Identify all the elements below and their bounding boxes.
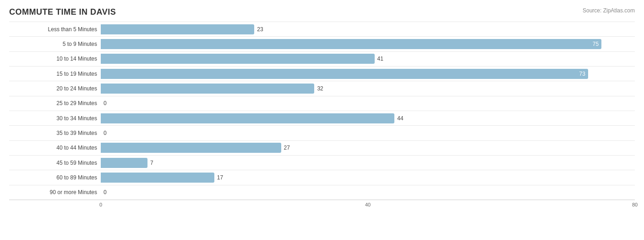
bar-value-label: 44 [397, 115, 403, 122]
chart-area: Less than 5 Minutes235 to 9 Minutes7510 … [9, 22, 635, 211]
bar-wrapper: 73 [101, 67, 635, 81]
bar-value-label: 32 [317, 85, 323, 92]
bar-row: 60 to 89 Minutes17 [9, 170, 635, 184]
bar-row: Less than 5 Minutes23 [9, 22, 635, 36]
bar-label: 90 or more Minutes [9, 189, 101, 195]
bar-value-label: 0 [104, 100, 107, 106]
bar: 73 [101, 69, 588, 79]
bar-row: 25 to 29 Minutes0 [9, 96, 635, 111]
bar-row: 90 or more Minutes0 [9, 185, 635, 200]
bar [101, 84, 314, 94]
bar-row: 20 to 24 Minutes32 [9, 81, 635, 95]
x-tick: 40 [365, 202, 371, 207]
bar-wrapper: 41 [101, 52, 635, 66]
bar [101, 173, 214, 183]
chart-container: COMMUTE TIME IN DAVIS Source: ZipAtlas.c… [0, 0, 644, 240]
bar-label: 5 to 9 Minutes [9, 41, 101, 47]
bar-row: 35 to 39 Minutes0 [9, 125, 635, 140]
bar-row: 30 to 34 Minutes44 [9, 111, 635, 125]
bar-label: Less than 5 Minutes [9, 26, 101, 33]
bar-label: 45 to 59 Minutes [9, 160, 101, 166]
bar-label: 10 to 14 Minutes [9, 56, 101, 62]
bar-value-label: 7 [150, 160, 153, 166]
bar [101, 113, 394, 123]
bar-value-label: 75 [593, 41, 601, 47]
x-tick: 0 [99, 202, 102, 207]
x-axis-row: 04080 [9, 200, 635, 211]
bar-row: 40 to 44 Minutes27 [9, 140, 635, 155]
bar-row: 10 to 14 Minutes41 [9, 51, 635, 66]
bar-label: 40 to 44 Minutes [9, 145, 101, 151]
bar-label: 30 to 34 Minutes [9, 115, 101, 122]
bar [101, 143, 281, 153]
bar-wrapper: 75 [101, 37, 635, 51]
bar [101, 158, 147, 168]
bar-value-label: 0 [104, 189, 107, 195]
bar-row: 5 to 9 Minutes75 [9, 36, 635, 51]
source-label: Source: ZipAtlas.com [583, 7, 635, 14]
bar-wrapper: 7 [101, 156, 635, 170]
bar-wrapper: 0 [101, 185, 635, 200]
bar-value-label: 17 [217, 174, 223, 181]
bar-value-label: 0 [104, 130, 107, 136]
bar-label: 20 to 24 Minutes [9, 85, 101, 92]
bar-wrapper: 32 [101, 81, 635, 95]
bar [101, 54, 375, 64]
bar-label: 15 to 19 Minutes [9, 71, 101, 77]
bar: 75 [101, 39, 601, 49]
bar-label: 60 to 89 Minutes [9, 174, 101, 181]
bar-wrapper: 17 [101, 170, 635, 184]
bar-value-label: 23 [257, 26, 263, 33]
x-tick: 80 [632, 202, 638, 207]
bar-wrapper: 23 [101, 22, 635, 36]
bar [101, 24, 254, 34]
bar-value-label: 27 [284, 145, 290, 151]
bar-wrapper: 44 [101, 111, 635, 125]
bar-wrapper: 0 [101, 96, 635, 111]
x-axis-labels: 04080 [101, 200, 635, 211]
bar-row: 15 to 19 Minutes73 [9, 66, 635, 81]
bar-label: 25 to 29 Minutes [9, 100, 101, 106]
bar-row: 45 to 59 Minutes7 [9, 155, 635, 170]
bar-label: 35 to 39 Minutes [9, 130, 101, 136]
bar-wrapper: 27 [101, 141, 635, 155]
bar-value-label: 41 [377, 56, 383, 62]
chart-title: COMMUTE TIME IN DAVIS [9, 7, 635, 17]
bar-value-label: 73 [579, 71, 588, 77]
bar-wrapper: 0 [101, 126, 635, 140]
